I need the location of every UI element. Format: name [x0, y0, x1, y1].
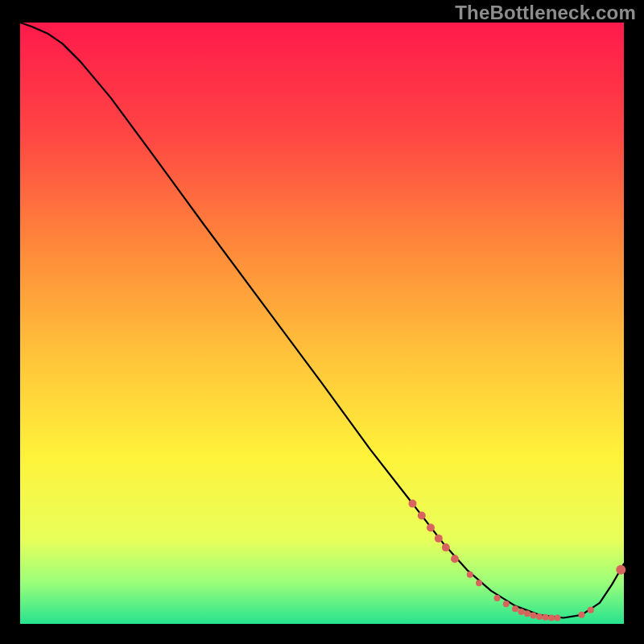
marker-dot	[512, 605, 518, 612]
marker-dot	[548, 615, 555, 621]
chart-container: TheBottleneck.com	[0, 0, 644, 644]
marker-dot	[442, 543, 450, 551]
marker-dot	[476, 580, 482, 586]
marker-dot	[427, 524, 435, 532]
marker-dot	[616, 565, 625, 575]
marker-dot	[518, 609, 525, 615]
marker-dot	[530, 613, 537, 619]
marker-dot	[543, 614, 549, 621]
marker-dot	[409, 500, 417, 508]
marker-dot	[418, 512, 426, 520]
marker-dot	[536, 613, 543, 620]
marker-dot	[494, 595, 501, 601]
marker-dot	[555, 615, 561, 621]
marker-dot	[524, 610, 530, 617]
marker-dot	[467, 572, 473, 578]
marker-dot	[588, 607, 594, 613]
marker-dot	[435, 535, 443, 543]
marker-dot	[579, 612, 585, 618]
marker-dot	[503, 601, 510, 607]
plot-background	[20, 23, 624, 624]
marker-dot	[451, 555, 459, 563]
chart-svg	[0, 0, 644, 644]
